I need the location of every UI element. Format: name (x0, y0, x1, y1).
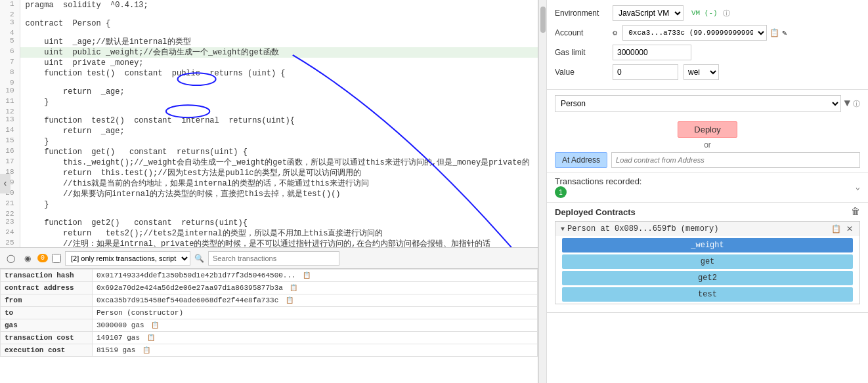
copy-icon[interactable]: 📋 (290, 285, 297, 292)
line-code-12 (20, 108, 538, 115)
tx-value: 3000000 gas 📋 (93, 319, 538, 332)
tx-recorded-row[interactable]: Transactions recorded: 1 ⌄ (547, 172, 868, 203)
editor-scrollbar[interactable] (538, 0, 546, 383)
fn-btn-_weight[interactable]: _weight (562, 238, 853, 252)
tx-value: 0xca35b7d915458ef540ade6068dfe2f44e8fa73… (93, 294, 538, 307)
line-code-18: return this.test();//因为test方法是public的类型,… (20, 168, 538, 178)
contract-info-icon[interactable]: ⓘ (853, 99, 860, 109)
code-line-8: 8 function test() constant public return… (0, 68, 538, 79)
line-code-4 (20, 29, 538, 37)
line-code-15: } (20, 136, 538, 147)
tx-checkbox[interactable] (52, 254, 61, 263)
contract-instance: ▼ Person at 0x089...659fb (memory) 📋 ✕ _… (555, 221, 860, 304)
at-address-button[interactable]: At Address (555, 152, 607, 168)
copy-icon[interactable]: 📋 (151, 322, 159, 329)
contract-select-arrow[interactable]: ▼ (844, 98, 850, 110)
contract-instance-header[interactable]: ▼ Person at 0x089...659fb (memory) 📋 ✕ (555, 222, 859, 236)
copy-account-icon[interactable]: 📋 (770, 28, 779, 38)
edit-account-icon[interactable]: ✎ (782, 28, 787, 38)
line-code-14: return _age; (20, 126, 538, 136)
code-line-6: 6 uint public _weight;//会自动生成一个_weight的g… (0, 47, 538, 58)
tx-row: contract address0x692a70d2e424a56d2e06e2… (1, 282, 538, 294)
line-number-14: 14 (0, 126, 20, 136)
line-code-13: function test2() constant internal retur… (20, 115, 538, 126)
code-line-2: 2 (0, 10, 538, 18)
deployed-label: Deployed Contracts (555, 207, 636, 217)
account-select[interactable]: 0xca3...a733c (99.99999999999943367 (622, 25, 767, 41)
tx-row: from0xca35b7d915458ef540ade6068dfe2f44e8… (1, 294, 538, 307)
tx-row: execution cost81519 gas 📋 (1, 344, 538, 357)
line-number-6: 6 (0, 47, 20, 58)
gas-limit-input[interactable] (613, 45, 691, 60)
line-number-16: 16 (0, 147, 20, 157)
code-line-21: 21 } (0, 199, 538, 210)
tx-label: contract address (1, 282, 93, 294)
line-number-3: 3 (0, 18, 20, 29)
search-input[interactable] (208, 251, 339, 266)
at-address-input[interactable] (611, 152, 860, 168)
code-line-10: 10 return _age; (0, 87, 538, 97)
copy-icon[interactable]: 📋 (142, 347, 150, 354)
code-line-1: 1pragma solidity ^0.4.13; (0, 0, 538, 10)
close-instance-btn[interactable]: ✕ (845, 224, 854, 233)
code-line-19: 19 //this就是当前的合约地址，如果是internal的类型的话，不能通过… (0, 178, 538, 189)
line-number-2: 2 (0, 10, 20, 18)
code-line-24: 24 return tets2();//tets2是internal的类型，所以… (0, 228, 538, 239)
tx-row: gas3000000 gas 📋 (1, 319, 538, 332)
tx-row: transaction cost149107 gas 📋 (1, 332, 538, 344)
line-number-24: 24 (0, 228, 20, 239)
tx-label: gas (1, 319, 93, 332)
copy-icon[interactable]: 📋 (286, 297, 293, 304)
tx-label: transaction hash (1, 270, 93, 282)
environment-select[interactable]: JavaScript VM (613, 5, 684, 21)
tx-label: from (1, 294, 93, 307)
tx-row: transaction hash0x017149334ddef1350b50d1… (1, 270, 538, 282)
tx-value: Person (constructor) (93, 307, 538, 319)
left-nav-arrow[interactable]: ‹ (0, 174, 11, 193)
contract-select[interactable]: Person (555, 95, 841, 112)
line-code-9 (20, 79, 538, 87)
line-code-10: return _age; (20, 87, 538, 97)
tx-row: toPerson (constructor) (1, 307, 538, 319)
code-line-4: 4 (0, 29, 538, 37)
deployed-section: Deployed Contracts 🗑 ▼ Person at 0x089..… (547, 203, 868, 313)
code-line-25: 25 //注明：如果是intrnal、private的类型的时候，是不可以通过指… (0, 239, 538, 247)
search-icon-btn[interactable]: 🔍 (194, 254, 204, 263)
clear-btn[interactable]: ◯ (4, 252, 18, 264)
code-line-12: 12 (0, 108, 538, 115)
bottom-toolbar: ◯ ◉ 0 [2] only remix transactions, scrip… (0, 247, 538, 268)
trash-icon[interactable]: 🗑 (851, 207, 860, 217)
function-buttons-container: _weightgetget2test (555, 238, 859, 302)
tx-count-badge: 1 (555, 186, 567, 198)
tx-label: execution cost (1, 344, 93, 357)
copy-icon[interactable]: 📋 (303, 272, 311, 279)
script-select[interactable]: [2] only remix transactions, script (65, 251, 190, 266)
stop-btn[interactable]: ◉ (22, 252, 33, 264)
code-line-5: 5 uint _age;//默认是internal的类型 (0, 37, 538, 47)
code-line-11: 11 } (0, 97, 538, 108)
account-settings-icon[interactable]: ⚙ (613, 28, 617, 38)
value-input[interactable] (613, 64, 678, 80)
line-number-22: 22 (0, 210, 20, 218)
code-line-16: 16 function get() constant returns(uint)… (0, 147, 538, 157)
line-code-8: function test() constant public returns … (20, 68, 538, 79)
line-number-9: 9 (0, 79, 20, 87)
copy-icon[interactable]: 📋 (147, 334, 155, 342)
info-icon[interactable]: ⓘ (723, 9, 730, 18)
fn-btn-get2[interactable]: get2 (562, 271, 853, 285)
line-code-17: this._weight();//_weight会自动生成一个_weight的g… (20, 157, 538, 168)
line-code-23: function get2() constant returns(uint){ (20, 218, 538, 228)
code-line-23: 23 function get2() constant returns(uint… (0, 218, 538, 228)
code-line-17: 17 this._weight();//_weight会自动生成一个_weigh… (0, 157, 538, 168)
fn-btn-test[interactable]: test (562, 287, 853, 302)
deploy-button[interactable]: Deploy (678, 121, 737, 138)
copy-instance-btn[interactable]: 📋 (830, 224, 842, 233)
code-line-18: 18 return this.test();//因为test方法是public的… (0, 168, 538, 178)
unit-select[interactable]: wei gwei ether (684, 64, 719, 80)
tx-value: 149107 gas 📋 (93, 332, 538, 344)
code-line-20: 20 //如果要访问internal的方法类型的时候，直接把this去掉，就是t… (0, 189, 538, 199)
gas-limit-label: Gas limit (555, 48, 607, 57)
code-line-7: 7 uint private _money; (0, 58, 538, 68)
line-number-1: 1 (0, 0, 20, 10)
fn-btn-get[interactable]: get (562, 254, 853, 269)
